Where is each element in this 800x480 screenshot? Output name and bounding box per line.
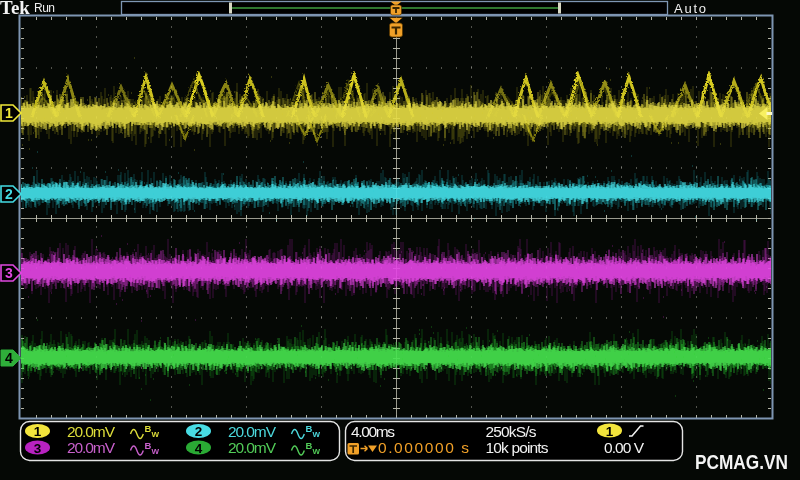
svg-text:20.0mV: 20.0mV [67, 439, 116, 456]
svg-text:2: 2 [195, 424, 203, 439]
svg-text:W: W [313, 430, 321, 439]
svg-text:10k points: 10k points [486, 439, 549, 456]
svg-text:W: W [152, 447, 160, 456]
svg-text:1: 1 [34, 424, 42, 439]
svg-text:B: B [306, 423, 313, 434]
svg-text:B: B [145, 440, 152, 451]
svg-text:B: B [306, 440, 313, 451]
svg-text:PCMAG.VN: PCMAG.VN [695, 450, 788, 473]
svg-text:4: 4 [5, 350, 13, 366]
svg-text:1: 1 [606, 424, 614, 439]
svg-text:Auto: Auto [674, 1, 706, 16]
svg-text:20.0mV: 20.0mV [67, 423, 116, 440]
svg-text:1: 1 [5, 105, 13, 121]
svg-text:3: 3 [34, 441, 42, 456]
svg-text:Tek: Tek [0, 0, 30, 18]
svg-text:W: W [152, 430, 160, 439]
svg-text:4.00ms: 4.00ms [351, 423, 395, 440]
svg-text:Run: Run [34, 1, 55, 15]
svg-text:B: B [145, 423, 152, 434]
svg-text:2: 2 [5, 186, 13, 202]
svg-text:20.0mV: 20.0mV [228, 439, 277, 456]
svg-text:250kS/s: 250kS/s [486, 423, 537, 440]
svg-text:0.00 V: 0.00 V [604, 439, 645, 456]
svg-text:W: W [313, 447, 321, 456]
svg-text:20.0mV: 20.0mV [228, 423, 277, 440]
svg-text:3: 3 [5, 265, 13, 281]
svg-text:4: 4 [195, 441, 203, 456]
